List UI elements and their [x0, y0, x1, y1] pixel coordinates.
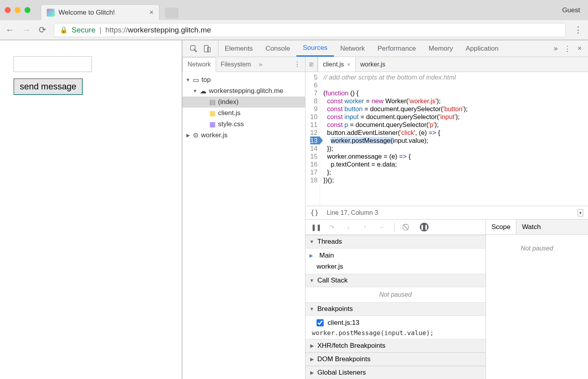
close-tab-icon[interactable]: × — [347, 61, 350, 68]
thread-worker[interactable]: worker.js — [305, 261, 486, 272]
tree-domain[interactable]: ☁workerstepping.glitch.me — [182, 85, 305, 97]
inspect-icon[interactable] — [190, 45, 197, 53]
watch-tab[interactable]: Watch — [516, 220, 546, 234]
tree-worker[interactable]: ⚙worker.js — [182, 130, 305, 141]
message-input[interactable] — [13, 56, 92, 72]
tree-file-style[interactable]: ▦style.css — [182, 119, 305, 130]
tree-top[interactable]: ▭top — [182, 74, 305, 85]
step-icon: → — [377, 224, 385, 231]
gear-icon: ⚙ — [193, 131, 199, 140]
breakpoint-checkbox[interactable] — [317, 319, 324, 326]
tree-file-index[interactable]: ▤(index) — [182, 97, 305, 108]
browser-chrome: Welcome to Glitch! × Guest ← → ⟳ 🔒 Secur… — [0, 0, 588, 40]
file-icon: ▤ — [209, 98, 216, 106]
tree-file-client[interactable]: ▦client.js — [182, 108, 305, 119]
section-dom[interactable]: DOM Breakpoints — [305, 352, 486, 366]
devtools-tab-performance[interactable]: Performance — [371, 40, 422, 57]
minimize-window-icon[interactable] — [15, 7, 21, 13]
page-content: send message — [0, 40, 182, 379]
favicon-icon — [47, 9, 55, 17]
window-controls — [5, 7, 30, 13]
devtools-menu-icon[interactable]: ⋮ — [564, 44, 571, 53]
breakpoint-item[interactable]: client.js:13 — [305, 317, 486, 328]
devtools-tabs: ElementsConsoleSourcesNetworkPerformance… — [182, 40, 588, 57]
tab-close-icon[interactable]: × — [149, 8, 154, 17]
profile-label[interactable]: Guest — [562, 6, 588, 14]
navigator-menu-icon[interactable]: ⋮ — [289, 61, 305, 68]
devtools-tab-memory[interactable]: Memory — [422, 40, 459, 57]
thread-main[interactable]: Main — [305, 250, 486, 261]
menu-icon[interactable]: ⋮ — [574, 25, 582, 35]
devtools-tab-application[interactable]: Application — [459, 40, 505, 57]
more-navigator-icon[interactable]: » — [256, 61, 266, 68]
section-threads[interactable]: Threads — [305, 235, 486, 248]
devtools-tab-sources[interactable]: Sources — [296, 40, 334, 57]
close-window-icon[interactable] — [5, 7, 11, 13]
css-file-icon: ▦ — [209, 120, 216, 129]
section-breakpoints[interactable]: Breakpoints — [305, 302, 486, 316]
callstack-notpaused: Not paused — [305, 287, 486, 302]
browser-tab[interactable]: Welcome to Glitch! × — [41, 4, 159, 20]
navigator-tab-network[interactable]: Network — [182, 57, 216, 72]
cloud-icon: ☁ — [200, 87, 207, 95]
pause-exceptions-icon[interactable]: ❚❚ — [420, 223, 429, 231]
section-global[interactable]: Global Listeners — [305, 366, 486, 379]
devtools-tab-elements[interactable]: Elements — [218, 40, 259, 57]
format-icon[interactable]: {} — [310, 208, 319, 217]
navigator-tab-filesystem[interactable]: Filesystem — [216, 57, 256, 72]
address-bar[interactable]: 🔒 Secure | https://workerstepping.glitch… — [54, 23, 566, 37]
editor-tab-worker[interactable]: worker.js — [356, 57, 390, 72]
reload-icon[interactable]: ⟳ — [39, 25, 46, 35]
toggle-navigator-icon[interactable]: ⎚ — [305, 57, 318, 72]
window-icon: ▭ — [193, 76, 199, 84]
back-icon[interactable]: ← — [6, 25, 14, 35]
forward-icon: → — [22, 25, 31, 35]
tab-title: Welcome to Glitch! — [59, 9, 145, 17]
file-tree: ▭top ☁workerstepping.glitch.me ▤(index) … — [182, 72, 305, 379]
device-icon[interactable] — [203, 45, 211, 53]
url-host: workerstepping.glitch.me — [128, 26, 211, 34]
devtools-panel: ElementsConsoleSourcesNetworkPerformance… — [182, 40, 588, 379]
devtools-tab-network[interactable]: Network — [334, 40, 371, 57]
maximize-window-icon[interactable] — [25, 7, 30, 13]
sidebar-toggle-icon[interactable]: ▾ — [578, 209, 583, 216]
debug-controls: ❚❚ ↷ ↓ ↑ → ⃠ ❚❚ — [305, 220, 486, 235]
js-file-icon: ▦ — [209, 109, 216, 117]
step-into-icon: ↓ — [344, 224, 352, 231]
cursor-position: Line 17, Column 3 — [327, 209, 378, 216]
breakpoint-code: worker.postMessage(input.value); — [305, 328, 486, 337]
devtools-close-icon[interactable]: × — [577, 44, 582, 53]
scope-tab[interactable]: Scope — [486, 220, 516, 234]
url-scheme: https:// — [105, 26, 128, 34]
more-tabs-icon[interactable]: » — [554, 44, 558, 53]
step-over-icon: ↷ — [328, 224, 336, 231]
step-out-icon: ↑ — [361, 224, 369, 231]
send-message-button[interactable]: send message — [13, 78, 83, 95]
code-editor[interactable]: 56789101112131415161718 // add other scr… — [305, 72, 588, 206]
lock-icon: 🔒 — [60, 26, 68, 34]
secure-label: Secure — [72, 26, 95, 34]
section-callstack[interactable]: Call Stack — [305, 274, 486, 287]
new-tab-button[interactable] — [165, 8, 178, 19]
pause-icon[interactable]: ❚❚ — [311, 224, 319, 231]
devtools-tab-console[interactable]: Console — [259, 40, 296, 57]
scope-notpaused: Not paused — [517, 241, 557, 256]
deactivate-breakpoints-icon[interactable]: ⃠ — [403, 224, 411, 231]
section-xhr[interactable]: XHR/fetch Breakpoints — [305, 339, 486, 352]
editor-tab-client[interactable]: client.js× — [318, 57, 356, 72]
